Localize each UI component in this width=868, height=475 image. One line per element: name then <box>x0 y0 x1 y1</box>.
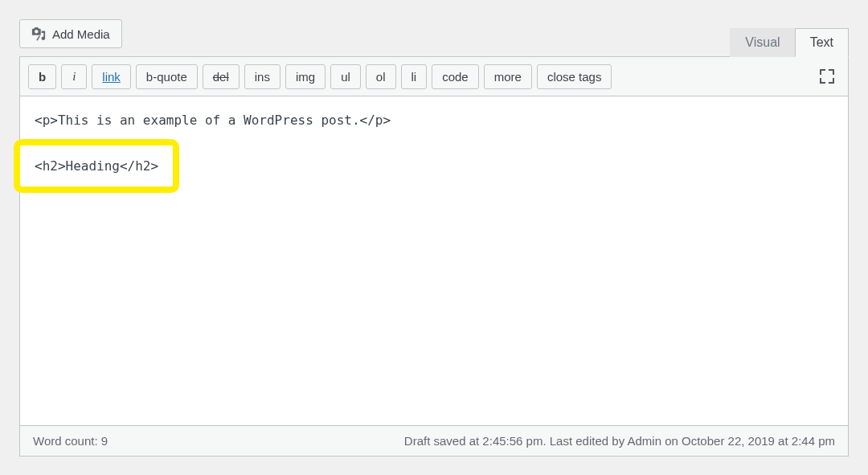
qt-bquote-button[interactable]: b-quote <box>136 64 198 89</box>
qt-ul-button[interactable]: ul <box>330 64 361 89</box>
add-media-label: Add Media <box>52 27 110 41</box>
editor-top-row: Add Media Visual Text <box>19 19 849 56</box>
content-line-2: <h2>Heading</h2> <box>35 158 158 174</box>
qt-img-button[interactable]: img <box>285 64 326 89</box>
editor-status-bar: Word count: 9 Draft saved at 2:45:56 pm.… <box>19 425 849 457</box>
word-count-label: Word count: 9 <box>33 434 108 448</box>
editor-tabs: Visual Text <box>730 27 849 56</box>
save-status-label: Draft saved at 2:45:56 pm. Last edited b… <box>404 434 835 448</box>
highlight-annotation: <h2>Heading</h2> <box>14 139 179 193</box>
content-line-1: <p>This is an example of a WordPress pos… <box>35 109 833 131</box>
qt-code-button[interactable]: code <box>432 64 479 89</box>
fullscreen-icon[interactable] <box>814 63 840 89</box>
qt-italic-button[interactable]: i <box>61 64 87 89</box>
tab-visual[interactable]: Visual <box>730 28 795 57</box>
tab-text[interactable]: Text <box>795 28 849 57</box>
qt-ins-button[interactable]: ins <box>244 64 280 89</box>
qt-ol-button[interactable]: ol <box>366 64 396 89</box>
editor-container: Add Media Visual Text b i link b-quote d… <box>0 0 868 468</box>
qt-bold-button[interactable]: b <box>28 64 56 89</box>
qt-del-button[interactable]: del <box>203 64 240 89</box>
qt-close-tags-button[interactable]: close tags <box>537 64 612 89</box>
quicktags-toolbar: b i link b-quote del ins img ul ol li co… <box>19 56 849 96</box>
qt-link-button[interactable]: link <box>92 64 131 89</box>
add-media-button[interactable]: Add Media <box>19 19 122 48</box>
media-icon <box>31 27 46 41</box>
text-editor-area[interactable]: <p>This is an example of a WordPress pos… <box>19 96 849 426</box>
qt-more-button[interactable]: more <box>484 64 532 89</box>
qt-li-button[interactable]: li <box>401 64 428 89</box>
